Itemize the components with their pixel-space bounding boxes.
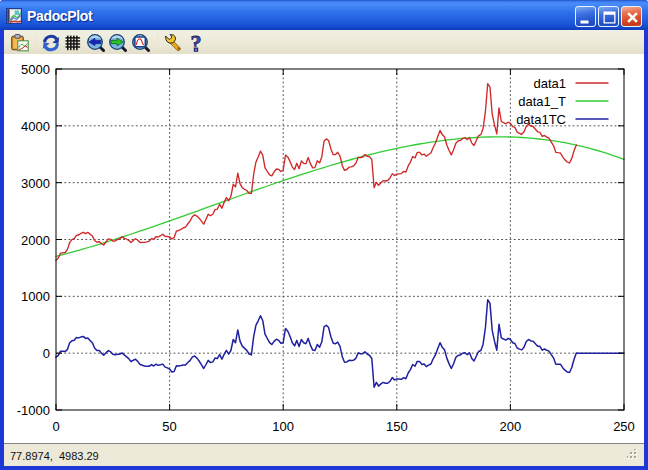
- svg-text:150: 150: [386, 419, 408, 434]
- svg-text:-1000: -1000: [17, 403, 50, 418]
- svg-text:5000: 5000: [21, 62, 50, 77]
- svg-text:data1: data1: [533, 76, 566, 91]
- svg-text:data1TC: data1TC: [516, 112, 566, 127]
- svg-text:100: 100: [272, 419, 294, 434]
- svg-text:0: 0: [43, 346, 50, 361]
- svg-text:250: 250: [613, 419, 635, 434]
- svg-text:data1_T: data1_T: [518, 94, 566, 109]
- svg-text:3000: 3000: [21, 176, 50, 191]
- svg-text:2000: 2000: [21, 233, 50, 248]
- svg-text:1000: 1000: [21, 289, 50, 304]
- svg-text:50: 50: [162, 419, 176, 434]
- svg-text:0: 0: [52, 419, 59, 434]
- svg-text:4000: 4000: [21, 119, 50, 134]
- svg-text:200: 200: [500, 419, 522, 434]
